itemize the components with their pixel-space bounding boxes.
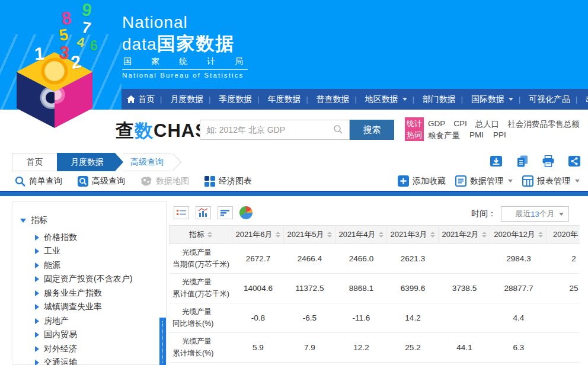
data-map-button[interactable]: 数据地图 [140, 176, 189, 187]
tree-item-price-index[interactable]: 价格指数 [35, 230, 166, 245]
column-header-indicator[interactable]: 指标 [169, 225, 232, 244]
time-range-select[interactable]: 最近13个月 [501, 206, 569, 222]
sort-icon [538, 232, 543, 238]
hot-word-gdp[interactable]: GDP [428, 119, 445, 130]
nav-item-quarterly[interactable]: 季度数据 [203, 94, 252, 105]
tree-collapsed-icon [35, 318, 39, 324]
hot-word-cpi[interactable]: CPI [453, 119, 467, 130]
print-button[interactable] [542, 155, 555, 167]
cell [547, 303, 580, 332]
simple-query-button[interactable]: 简单查询 [15, 176, 62, 187]
cell: 5.9 [232, 333, 284, 362]
site-title-line1: National [122, 13, 188, 32]
hot-word-pmi[interactable]: PMI [469, 130, 484, 141]
tree-item-fixed-investment[interactable]: 固定资产投资(不含农户) [35, 273, 166, 287]
hot-words-row2: 粮食产量 PMI PPI [428, 130, 506, 141]
tree-item-foreign-economy[interactable]: 对外经济 [35, 342, 166, 356]
sidebar-scrollbar-thumb[interactable] [159, 318, 166, 365]
search-filled-icon [78, 176, 88, 187]
caret-down-icon [402, 98, 407, 101]
tree-root-indicator[interactable]: 指标 [20, 214, 166, 227]
query-toolbar: 简单查询 高级查询 数据地图 经济图表 添加收藏 数据管理 [0, 171, 588, 191]
cell: 8868.1 [335, 274, 387, 303]
cell: 2984.3 [490, 244, 547, 273]
tree-item-unemployment[interactable]: 城镇调查失业率 [35, 300, 166, 315]
column-header-2021-02[interactable]: 2021年2月 [439, 225, 490, 244]
cell [547, 333, 580, 362]
column-header-2021-03[interactable]: 2021年3月 [387, 225, 439, 244]
breadcrumb: 首页 月度数据 高级查询 [0, 153, 588, 171]
search-input[interactable] [200, 120, 350, 140]
bar-chart-view-button[interactable] [196, 206, 211, 219]
caret-down-icon [508, 180, 513, 182]
column-header-2020-12[interactable]: 2020年12月 [490, 225, 547, 244]
column-header-2021-04[interactable]: 2021年4月 [335, 225, 387, 244]
nav-item-annual[interactable]: 年度数据 [252, 94, 301, 105]
nav-item-publications[interactable]: 出版物 [570, 94, 588, 105]
nav-item-home[interactable]: 首页 [127, 94, 155, 105]
time-filter: 时间： 最近13个月 [471, 206, 569, 222]
section-divider [0, 191, 588, 196]
sort-icon [482, 232, 487, 238]
column-header-2020-partial[interactable]: 2020年 [547, 225, 580, 244]
cell: 12.2 [335, 333, 387, 362]
tree-collapsed-icon [35, 360, 39, 365]
hbar-view-button[interactable] [218, 206, 233, 219]
tree-item-transport[interactable]: 交通运输 [35, 356, 166, 365]
nav-item-visualization[interactable]: 可视化产品 [513, 94, 570, 105]
logo-digit: 1 [34, 43, 45, 64]
table-row: 光缆产量同比增长(%) -0.8 -6.5 -11.6 14.2 4.4 [169, 303, 580, 333]
cell: 44.1 [439, 333, 490, 362]
tree-expanded-icon [20, 219, 26, 223]
breadcrumb-tab-home[interactable]: 首页 [12, 153, 57, 171]
home-icon [127, 95, 135, 103]
economic-charts-button[interactable]: 经济图表 [204, 176, 252, 187]
site-title-line2: data国家数据 [122, 31, 235, 56]
tree-item-energy[interactable]: 能源 [35, 258, 166, 273]
table-row: 光缆产量当期值(万芯千米) 2672.7 2466.4 2466.0 2621.… [169, 244, 580, 274]
copy-button[interactable] [516, 155, 529, 167]
national-data-page: National data国家数据 国家统计局 National Bureau … [0, 0, 588, 365]
nav-item-monthly[interactable]: 月度数据 [155, 94, 203, 105]
hot-word-grain[interactable]: 粮食产量 [428, 130, 460, 141]
nav-item-census[interactable]: 普查数据 [301, 94, 349, 105]
report-management-dropdown[interactable]: 报表管理 [522, 175, 580, 187]
tree-item-real-estate[interactable]: 房地产 [35, 314, 166, 328]
search-icon [333, 124, 343, 136]
advanced-query-button[interactable]: 高级查询 [78, 176, 125, 187]
hot-word-population[interactable]: 总人口 [475, 119, 500, 130]
column-header-2021-06[interactable]: 2021年6月 [232, 225, 284, 244]
column-header-2021-05[interactable]: 2021年5月 [284, 225, 335, 244]
hot-word-ppi[interactable]: PPI [493, 130, 506, 141]
nav-item-international[interactable]: 国际数据 [456, 94, 513, 105]
sort-icon [276, 232, 280, 238]
cell: -11.6 [335, 303, 387, 332]
table-row: 光缆产量累计值(万芯千米) 14004.6 11372.5 8868.1 639… [169, 274, 580, 303]
table-row: 光缆产量累计增长(%) 5.9 7.9 12.2 25.2 44.1 6.3 [169, 333, 580, 363]
caret-down-icon [575, 180, 580, 182]
nav-item-departmental[interactable]: 部门数据 [407, 94, 456, 105]
data-management-dropdown[interactable]: 数据管理 [455, 175, 513, 187]
nav-item-regional[interactable]: 地区数据 [350, 94, 407, 105]
cell: 2466.0 [335, 244, 387, 273]
time-filter-label: 时间： [471, 209, 496, 219]
cell: 14.2 [387, 303, 439, 332]
breadcrumb-tab-monthly-active[interactable]: 月度数据 [57, 153, 123, 171]
hot-word-retail[interactable]: 社会消费品零售总额 [507, 119, 580, 130]
sort-icon [207, 232, 212, 238]
cell: 2466.4 [284, 244, 335, 273]
tree-item-industry[interactable]: 工业 [35, 245, 166, 259]
add-favorite-button[interactable]: 添加收藏 [398, 175, 446, 187]
tree-item-domestic-trade[interactable]: 国内贸易 [35, 328, 166, 342]
search-button[interactable]: 搜索 [350, 120, 394, 140]
row-label: 光缆产量 [169, 337, 212, 347]
list-view-button[interactable] [174, 206, 189, 219]
tree-item-service-index[interactable]: 服务业生产指数 [35, 286, 166, 300]
logo-digit: 3 [58, 42, 70, 63]
pie-chart-view-button[interactable] [239, 206, 253, 219]
cell: -6.5 [284, 303, 335, 332]
share-button[interactable] [568, 155, 581, 167]
download-button[interactable] [490, 155, 503, 167]
cell: 6.3 [490, 333, 547, 362]
bureau-divider [122, 69, 248, 70]
